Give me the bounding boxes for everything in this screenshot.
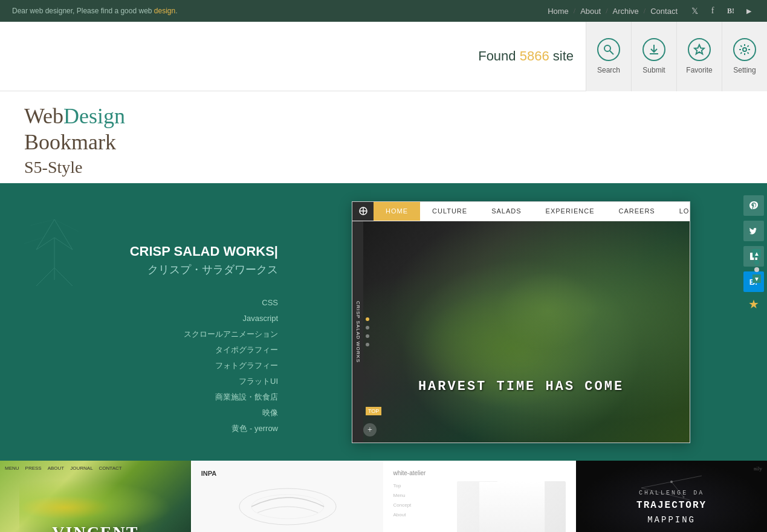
thumb4-mapping: MAPPING <box>636 513 707 527</box>
favorite-button[interactable]: Favorite <box>676 22 722 91</box>
thumb2-center <box>233 482 342 532</box>
search-label: Search <box>597 66 620 74</box>
setting-button[interactable]: Setting <box>722 22 767 91</box>
nav-about[interactable]: About <box>580 7 601 16</box>
setting-label: Setting <box>733 66 756 74</box>
tag-scroll-animation[interactable]: スクロールアニメーション <box>24 326 278 342</box>
thumb3-title: white-atelier <box>393 470 566 476</box>
search-icon <box>597 38 620 61</box>
thumb4-content: nily CHALLENGE DA TRAJECTORY MAPPING VMW… <box>576 461 767 532</box>
thumb2-logo: INPA <box>201 470 216 477</box>
scroll-down-button[interactable]: ▼ <box>752 274 761 283</box>
tag-javascript[interactable]: Javascript <box>24 311 278 326</box>
topbar-nav: Home / About / Archive / Contact 𝕏 f B! … <box>548 5 755 17</box>
search-button[interactable]: Search <box>586 22 631 91</box>
thumb1-nav-press: PRESS <box>25 465 42 471</box>
thumb4-trajectory: TRAJECTORY <box>636 498 707 514</box>
dot-4 <box>366 343 369 346</box>
screenshot-nav: HOME CULTURE SALADS EXPERIENCE CAREERS L… <box>352 202 690 221</box>
svg-point-5 <box>743 48 746 51</box>
thumb1-content: MENU PRESS ABOUT JOURNAL CONTACT VINCENT… <box>0 461 191 532</box>
star-button[interactable]: ★ <box>748 297 759 311</box>
tag-video[interactable]: 映像 <box>24 405 278 421</box>
scroll-dot-2 <box>754 267 759 272</box>
thumb4-challenge: CHALLENGE DA <box>636 488 707 498</box>
nav-home[interactable]: Home <box>548 7 569 16</box>
thumb1-title: VINCENT <box>52 523 138 532</box>
screenshot-nav-experience: EXPERIENCE <box>534 201 607 221</box>
screenshot-dot-nav <box>366 317 369 346</box>
topbar: Dear web designer, Please find a good we… <box>0 0 767 22</box>
screenshot-logo <box>352 201 374 221</box>
dot-3 <box>366 334 369 338</box>
screenshot-plus-btn[interactable]: + <box>363 423 377 436</box>
setting-icon <box>733 38 756 61</box>
submit-icon <box>642 38 665 61</box>
thumbnail-2[interactable]: INPA are you free are you free <box>192 461 384 532</box>
brand-web: Web <box>24 104 63 128</box>
svg-line-1 <box>610 51 613 54</box>
tag-list: CSS Javascript スクロールアニメーション タイポグラフィー フォト… <box>24 295 278 436</box>
thumbnails-row: MENU PRESS ABOUT JOURNAL CONTACT VINCENT… <box>0 461 767 532</box>
hatena-icon[interactable]: B! <box>725 5 737 17</box>
twitter-share-button[interactable] <box>743 221 764 241</box>
screenshot-nav-culture: CULTURE <box>420 201 479 221</box>
pinterest-button[interactable] <box>743 195 764 216</box>
feature-center: HOME CULTURE SALADS EXPERIENCE CAREERS L… <box>302 183 740 461</box>
screenshot-nav-home: HOME <box>374 201 420 221</box>
rss-icon[interactable]: ▶ <box>743 5 755 17</box>
submit-button[interactable]: Submit <box>631 22 676 91</box>
site-name: CRISP SALAD WORKS| <box>24 244 278 259</box>
brand-title: WebDesign <box>24 103 743 129</box>
tag-flat-ui[interactable]: フラットUI <box>24 374 278 389</box>
twitter-icon[interactable]: 𝕏 <box>688 5 701 17</box>
nav-contact[interactable]: Contact <box>650 7 678 16</box>
thumbnail-3[interactable]: white-atelier TopMenuConceptAbout <box>384 461 577 532</box>
thumbnail-1[interactable]: MENU PRESS ABOUT JOURNAL CONTACT VINCENT… <box>0 461 192 532</box>
screenshot-content: HARVEST TIME HAS COME CRISP SALAD WORKS … <box>352 221 690 443</box>
tag-css[interactable]: CSS <box>24 295 278 311</box>
site-screenshot[interactable]: HOME CULTURE SALADS EXPERIENCE CAREERS L… <box>352 201 690 443</box>
nav-sep-1: / <box>574 7 575 16</box>
thumbnail-4[interactable]: nily CHALLENGE DA TRAJECTORY MAPPING VMW… <box>576 461 767 532</box>
site-title-block: CRISP SALAD WORKS| クリスプ・サラダワークス <box>24 244 278 277</box>
nav-sep-2: / <box>606 7 607 16</box>
header-actions: Search Submit Favorite <box>586 22 767 91</box>
favorite-icon <box>688 38 711 61</box>
screenshot-nav-careers: CAREERS <box>606 201 667 221</box>
screenshot-bg: HARVEST TIME HAS COME CRISP SALAD WORKS … <box>352 221 690 443</box>
facebook-icon[interactable]: f <box>707 5 719 17</box>
thumb3-content: white-atelier TopMenuConceptAbout <box>384 461 575 532</box>
tag-photography[interactable]: フォトグラフィー <box>24 358 278 374</box>
thumb1-nav-about: ABOUT <box>48 465 65 471</box>
topbar-highlight: design <box>154 7 175 15</box>
site-name-jp: クリスプ・サラダワークス <box>24 262 278 277</box>
brand-s5: S5-Style <box>24 158 743 177</box>
svg-point-0 <box>604 45 610 51</box>
found-text: Found 5866 site <box>478 48 574 64</box>
favorite-label: Favorite <box>686 66 712 74</box>
thumb4-top: nily <box>754 465 762 472</box>
scroll-up-button[interactable]: ▲ <box>752 249 761 258</box>
screenshot-nav-items: HOME CULTURE SALADS EXPERIENCE CAREERS L… <box>374 201 690 221</box>
tag-yellow[interactable]: 黄色 - yerrow <box>24 421 278 436</box>
svg-marker-4 <box>694 45 704 54</box>
header: Found 5866 site Search Submit <box>0 22 767 91</box>
thumb1-nav-journal: JOURNAL <box>70 465 92 471</box>
feature-right-panel: B! ★ <box>740 183 767 461</box>
thumb4-text: CHALLENGE DA TRAJECTORY MAPPING <box>636 488 707 527</box>
svg-point-14 <box>670 481 673 483</box>
tag-restaurant[interactable]: 商業施設・飲食店 <box>24 389 278 405</box>
brand-design: Design <box>63 104 125 128</box>
topbar-message: Dear web designer, Please find a good we… <box>12 7 178 15</box>
nav-archive[interactable]: Archive <box>612 7 638 16</box>
feature-area: CRISP SALAD WORKS| クリスプ・サラダワークス CSS Java… <box>0 183 767 461</box>
screenshot-vertical-text: CRISP SALAD WORKS <box>352 221 363 443</box>
screenshot-nav-location: LOCATION <box>667 201 690 221</box>
brand-subtitle: Bookmark <box>24 129 743 155</box>
tag-typography[interactable]: タイポグラフィー <box>24 342 278 358</box>
submit-label: Submit <box>642 66 665 74</box>
scroll-dot-1 <box>754 260 759 265</box>
found-count: 5866 <box>520 48 549 63</box>
thumb2-content: INPA are you free are you free <box>192 461 383 532</box>
